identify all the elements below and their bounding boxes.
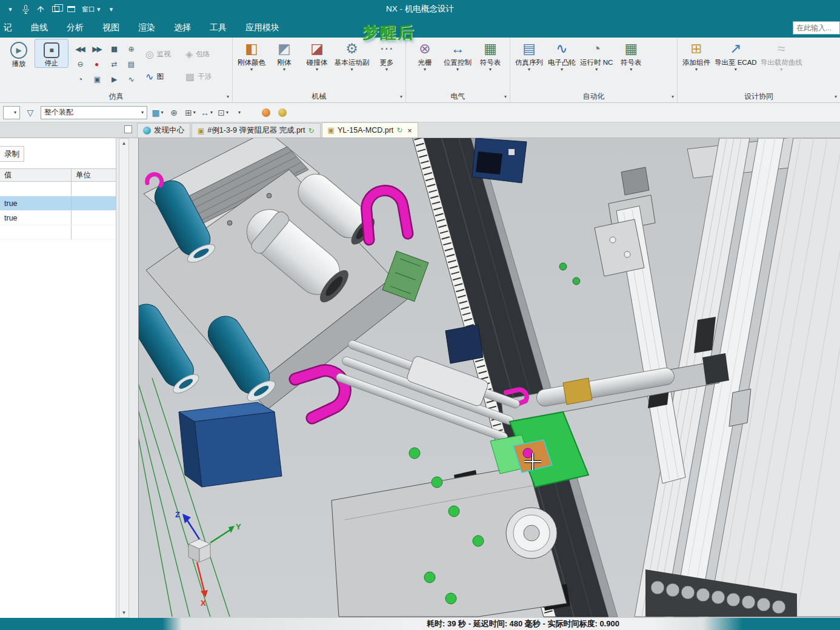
symbol-table-auto-button[interactable]: ▦ 符号表 ▾ (615, 39, 647, 72)
chevron-down-icon: ▾ (97, 5, 101, 13)
graphics-viewport[interactable]: Z Y X (138, 138, 840, 618)
chart-button[interactable]: ∿ 图 (142, 65, 182, 88)
jump-end-icon[interactable]: ▶▶ (88, 42, 105, 56)
electronic-cam-button[interactable]: ∿ 电子凸轮 ▾ (545, 39, 578, 72)
new-window-icon[interactable] (67, 4, 75, 14)
position-control-button[interactable]: ↔ 位置控制 ▾ (441, 39, 474, 72)
filter-icon[interactable]: ▽ (24, 106, 36, 119)
assembly-scope-dropdown[interactable]: 整个装配 ▾ (41, 106, 147, 119)
panel-tab-record[interactable]: 录制 (0, 146, 24, 162)
column-header-unit[interactable]: 单位 (72, 169, 116, 181)
simulation-sequence-button[interactable]: ▤ 仿真序列 ▾ (513, 39, 545, 72)
table-row[interactable] (0, 182, 116, 196)
menu-item-render[interactable]: 渲染 (138, 22, 155, 33)
play-icon: ▶ (10, 42, 27, 59)
record-icon[interactable]: ● (88, 57, 105, 71)
add-selection-icon[interactable]: ⊕ (168, 106, 180, 119)
viewport-3d[interactable]: Z Y X (139, 138, 840, 618)
close-icon[interactable]: × (407, 126, 412, 135)
monitor-button[interactable]: ◎ 监视 (142, 43, 182, 65)
chevron-down-icon: ▾ (316, 67, 318, 72)
menu-item-view[interactable]: 视图 (102, 22, 119, 33)
loop-icon[interactable]: ⇄ (105, 57, 122, 71)
table-row[interactable] (0, 225, 116, 240)
envelope-icon: ◈ (185, 48, 193, 60)
copy-window-icon[interactable] (52, 4, 60, 14)
stop-label: 停止 (45, 59, 59, 67)
group-label-automation[interactable]: 自动化 ▾ (510, 91, 677, 102)
select-in-window-icon[interactable]: ▦▾ (152, 106, 164, 119)
export-load-curve-icon: ≈ (778, 41, 785, 58)
show-hide-icon[interactable]: ⊡▾ (217, 106, 229, 119)
reload-icon[interactable]: ↻ (396, 126, 402, 134)
capture-icon[interactable]: ▣ (88, 72, 105, 87)
touch-mode-icon[interactable] (36, 4, 45, 14)
graph-small-icon[interactable]: ∿ (122, 72, 139, 87)
group-label-mechanical[interactable]: 机械 ▾ (233, 91, 405, 102)
basic-joint-button[interactable]: ⚙ 基本运动副 ▾ (333, 39, 370, 72)
speed-down-icon[interactable]: ⊖ (72, 57, 88, 71)
play-once-icon[interactable]: ▶ (105, 72, 122, 87)
export-ecad-button[interactable]: ↗ 导出至 ECAD ▾ (713, 39, 759, 72)
group-label-simulation[interactable]: 仿真 ▾ (0, 91, 232, 102)
group-label-collaboration[interactable]: 设计协同 ▾ (678, 91, 840, 102)
speed-up-icon[interactable]: ⊕ (122, 42, 139, 56)
raster-button[interactable]: ⊗ 光栅 ▾ (408, 39, 441, 72)
more-icon: ⋯ (380, 41, 394, 58)
rigid-body-color-button[interactable]: ◧ 刚体颜色 ▾ (235, 39, 268, 72)
export-load-curve-button[interactable]: ≈ 导出载荷曲线 ▾ (759, 39, 804, 72)
microphone-icon[interactable] (21, 4, 30, 14)
menu-item-tools[interactable]: 工具 (210, 22, 227, 33)
column-header-value[interactable]: 值 (0, 169, 72, 181)
snap-point-icon[interactable]: ⊞▾ (184, 106, 196, 119)
table-row-selected[interactable]: true (0, 196, 116, 211)
highlight-orange-icon[interactable] (260, 106, 272, 119)
reload-icon[interactable]: ↻ (308, 127, 314, 135)
command-search-input[interactable] (793, 21, 840, 35)
play-button[interactable]: ▶ 播放 (2, 39, 35, 68)
runtime-nc-button[interactable]: ◔ 运行时 NC ▾ (578, 39, 615, 72)
collision-body-button[interactable]: ◪ 碰撞体 ▾ (301, 39, 333, 72)
chevron-down-icon: ▾ (528, 67, 530, 72)
motor-box[interactable] (179, 402, 282, 487)
tab-discovery-center[interactable]: 发现中心 (137, 123, 190, 138)
simulation-side-buttons: ◎ 监视 ◈ 包络 ∿ 图 ▩ 干涉 (142, 43, 222, 88)
button-label: 导出至 ECAD (715, 58, 757, 67)
stop-button[interactable]: ■ 停止 (35, 39, 68, 67)
tab-spring-damper-part[interactable]: ▣ #例1-3-9 弹簧阻尼器 完成.prt ↻ (192, 123, 321, 138)
jump-start-icon[interactable]: ◀◀ (72, 42, 88, 56)
snapshot-icon[interactable]: ▤ (122, 57, 139, 71)
scroll-down-icon[interactable]: ▼ (122, 610, 127, 615)
envelope-label: 包络 (196, 50, 210, 59)
toolbar-overflow-dropdown-icon[interactable]: ▾ (107, 4, 116, 14)
interference-button[interactable]: ▩ 干涉 (182, 65, 222, 88)
basic-joint-icon: ⚙ (345, 41, 358, 58)
menu-item-select[interactable]: 选择 (174, 22, 191, 33)
menu-item-application[interactable]: 应用模块 (245, 22, 279, 33)
highlight-gold-icon[interactable] (276, 106, 288, 119)
table-row[interactable]: true (0, 211, 116, 225)
panel-scrollbar[interactable]: ▲ ▼ (119, 138, 129, 618)
more-tools-dropdown-icon[interactable]: ▾ (233, 106, 245, 119)
selection-filter-dropdown[interactable]: ▾ (3, 106, 20, 119)
menu-item-analysis[interactable]: 分析 (67, 22, 84, 33)
more-button[interactable]: ⋯ 更多 ▾ (370, 39, 403, 72)
quick-access-dropdown-icon[interactable]: ▾ (6, 4, 15, 14)
restore-window-button[interactable] (124, 125, 132, 133)
tab-label: #例1-3-9 弹簧阻尼器 完成.prt (207, 125, 305, 136)
pause-icon[interactable]: ▮▮ (105, 42, 122, 56)
menu-item-0[interactable]: 记 (4, 22, 12, 33)
move-component-icon[interactable]: ↔▾ (201, 106, 213, 119)
window-menu[interactable]: 窗口 ▾ (82, 4, 101, 14)
stopwatch-icon[interactable]: ◔ (72, 72, 88, 87)
menu-item-curve[interactable]: 曲线 (31, 22, 48, 33)
add-component-button[interactable]: ⊞ 添加组件 ▾ (680, 39, 713, 72)
group-label-electrical[interactable]: 电气 ▾ (406, 91, 510, 102)
rigid-body-button[interactable]: ◩ 刚体 ▾ (268, 39, 301, 72)
tab-yl15a-mcd-part[interactable]: ▣ YL-15A-MCD.prt ↻ × (322, 122, 418, 138)
sensor-box-top[interactable] (472, 138, 527, 183)
symbol-table-button[interactable]: ▦ 符号表 ▾ (474, 39, 507, 72)
envelope-button[interactable]: ◈ 包络 (182, 43, 222, 65)
sensor-block[interactable] (445, 325, 483, 363)
scroll-up-icon[interactable]: ▲ (122, 141, 127, 146)
